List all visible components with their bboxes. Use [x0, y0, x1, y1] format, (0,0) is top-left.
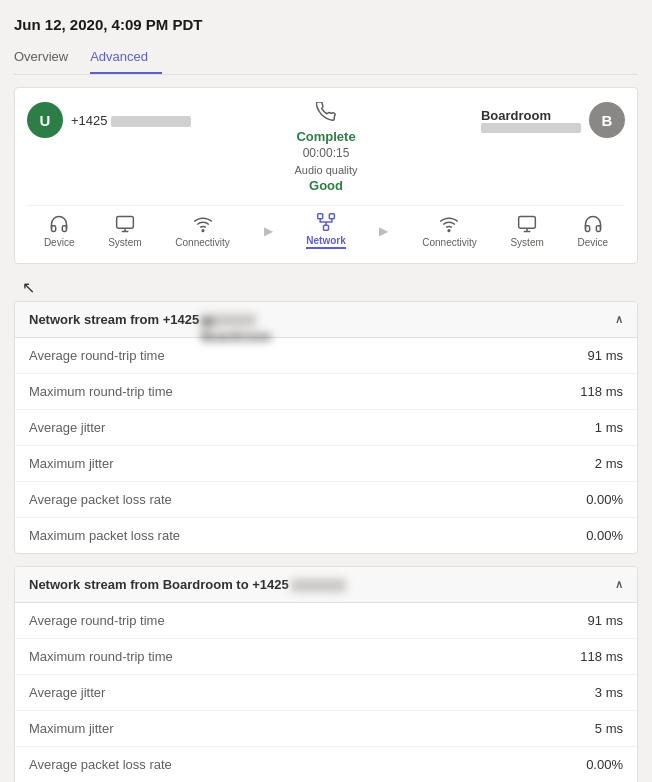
stream1-stat-row: Average packet loss rate 0.00% [15, 482, 637, 518]
stream2-stat-value: 5 ms [563, 721, 623, 736]
stream2-chevron-icon: ∧ [615, 578, 623, 591]
network-center-icon [316, 212, 336, 232]
stream1-stat-row: Average jitter 1 ms [15, 410, 637, 446]
stream1-stat-value: 0.00% [563, 492, 623, 507]
stream2-stat-value: 0.00% [563, 757, 623, 772]
caller-blur [111, 116, 191, 127]
call-header: U +1425 Complete 00:00:15 Audio quality … [27, 102, 625, 193]
device-left-label: Device [44, 237, 75, 248]
stream1-stat-value: 2 ms [563, 456, 623, 471]
phone-icon [316, 102, 336, 127]
stream1-chevron-icon: ∧ [615, 313, 623, 326]
stream1-panel: Network stream from +1425 to Boardroom ∧… [14, 301, 638, 554]
stream1-header[interactable]: Network stream from +1425 to Boardroom ∧ [15, 302, 637, 338]
stream2-stat-row: Average jitter 3 ms [15, 675, 637, 711]
network-center-icon-item[interactable]: Network [306, 212, 345, 249]
stream1-stat-row: Maximum round-trip time 118 ms [15, 374, 637, 410]
stream2-stat-label: Average round-trip time [29, 613, 563, 628]
page-title: Jun 12, 2020, 4:09 PM PDT [14, 16, 638, 33]
arrow-right-icon-2: ▶ [379, 224, 388, 238]
stream2-panel: Network stream from Boardroom to +1425 ∧… [14, 566, 638, 782]
stream2-title: Network stream from Boardroom to +1425 [29, 577, 348, 592]
arrow-right-icon: ▶ [264, 224, 273, 238]
stream2-title-blur [291, 579, 346, 592]
stream2-stat-label: Maximum jitter [29, 721, 563, 736]
stream1-stat-value: 91 ms [563, 348, 623, 363]
svg-point-3 [202, 229, 204, 231]
stream1-stat-value: 1 ms [563, 420, 623, 435]
stream1-stat-value: 118 ms [563, 384, 623, 399]
receiver-info: Boardroom [481, 108, 581, 133]
monitor-left-icon [115, 214, 135, 234]
system-right-icon-item[interactable]: System [510, 214, 543, 248]
stream2-stat-value: 118 ms [563, 649, 623, 664]
headset-left-icon [49, 214, 69, 234]
stream2-stat-label: Average jitter [29, 685, 563, 700]
stream1-stat-value: 0.00% [563, 528, 623, 543]
receiver-name: Boardroom [481, 108, 581, 123]
network-center-label: Network [306, 235, 345, 246]
monitor-right-icon [517, 214, 537, 234]
receiver-avatar: B [589, 102, 625, 138]
stream2-stat-label: Maximum round-trip time [29, 649, 563, 664]
stream1-stat-row: Maximum packet loss rate 0.00% [15, 518, 637, 553]
device-right-icon-item[interactable]: Device [578, 214, 609, 248]
system-left-label: System [108, 237, 141, 248]
tabs-row: Overview Advanced [14, 43, 638, 75]
stream2-stats: Average round-trip time 91 ms Maximum ro… [15, 603, 637, 782]
system-left-icon-item[interactable]: System [108, 214, 141, 248]
svg-rect-9 [519, 216, 536, 228]
audio-quality-label: Audio quality [294, 164, 357, 176]
device-right-label: Device [578, 237, 609, 248]
connectivity-right-icon-item[interactable]: Connectivity [422, 214, 476, 248]
call-center: Complete 00:00:15 Audio quality Good [226, 102, 425, 193]
svg-rect-0 [117, 216, 134, 228]
svg-rect-6 [323, 225, 328, 230]
device-left-icon-item[interactable]: Device [44, 214, 75, 248]
tab-overview[interactable]: Overview [14, 43, 82, 74]
stream2-header[interactable]: Network stream from Boardroom to +1425 ∧ [15, 567, 637, 603]
tab-advanced[interactable]: Advanced [90, 43, 162, 74]
call-info-card: U +1425 Complete 00:00:15 Audio quality … [14, 87, 638, 264]
page-wrapper: Jun 12, 2020, 4:09 PM PDT Overview Advan… [0, 0, 652, 782]
stream1-stat-label: Average jitter [29, 420, 563, 435]
stream2-stat-label: Average packet loss rate [29, 757, 563, 772]
svg-rect-5 [329, 214, 334, 219]
svg-rect-4 [318, 214, 323, 219]
stream1-stat-label: Average round-trip time [29, 348, 563, 363]
caller-avatar: U [27, 102, 63, 138]
stream2-stat-row: Maximum jitter 5 ms [15, 711, 637, 747]
stream2-stat-value: 91 ms [563, 613, 623, 628]
stream1-stat-label: Maximum round-trip time [29, 384, 563, 399]
stream2-stat-row: Average round-trip time 91 ms [15, 603, 637, 639]
caller-section: U +1425 [27, 102, 226, 138]
receiver-blur [481, 123, 581, 133]
wifi-left-icon [193, 214, 213, 234]
connectivity-left-label: Connectivity [175, 237, 229, 248]
wifi-right-icon [439, 214, 459, 234]
stream1-stats: Average round-trip time 91 ms Maximum ro… [15, 338, 637, 553]
cursor-indicator: ↖ [22, 279, 35, 296]
call-duration: 00:00:15 [303, 146, 350, 160]
stream1-stat-row: Average round-trip time 91 ms [15, 338, 637, 374]
stream2-stat-row: Maximum round-trip time 118 ms [15, 639, 637, 675]
stream2-stat-row: Average packet loss rate 0.00% [15, 747, 637, 782]
call-status: Complete [296, 129, 355, 144]
network-icons-row: Device System Connectivity [27, 205, 625, 253]
system-right-label: System [510, 237, 543, 248]
stream1-stat-row: Maximum jitter 2 ms [15, 446, 637, 482]
audio-quality-value: Good [309, 178, 343, 193]
stream2-stat-value: 3 ms [563, 685, 623, 700]
caller-info: +1425 [71, 113, 191, 128]
headset-right-icon [583, 214, 603, 234]
stream1-stat-label: Average packet loss rate [29, 492, 563, 507]
svg-point-8 [449, 229, 451, 231]
stream1-title: Network stream from +1425 to Boardroom [29, 312, 258, 327]
caller-number: +1425 [71, 113, 108, 128]
stream1-stat-label: Maximum packet loss rate [29, 528, 563, 543]
connectivity-left-icon-item[interactable]: Connectivity [175, 214, 229, 248]
receiver-section: Boardroom B [426, 102, 625, 138]
cursor-area: ↖ [14, 276, 638, 301]
stream1-stat-label: Maximum jitter [29, 456, 563, 471]
connectivity-right-label: Connectivity [422, 237, 476, 248]
